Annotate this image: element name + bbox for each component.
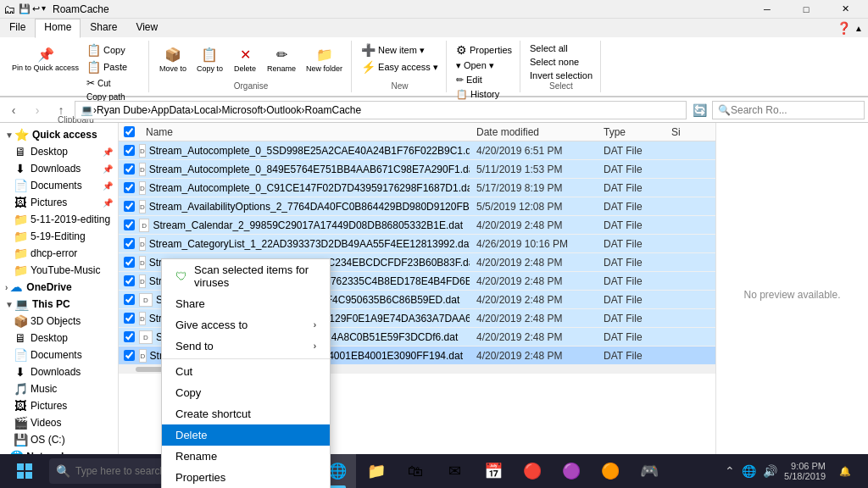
properties-button[interactable]: ⚙ Properties <box>453 42 515 58</box>
table-row[interactable]: DStream_Autocomplete_0_C91CE147F02D7D439… <box>119 179 715 197</box>
new-item-button[interactable]: ➕ New item ▾ <box>359 42 427 58</box>
context-item-rename[interactable]: Rename <box>162 446 330 467</box>
context-item-properties[interactable]: Properties <box>162 467 330 488</box>
select-none-button[interactable]: Select none <box>527 56 581 68</box>
taskbar-item-app4[interactable]: 🎮 <box>631 454 668 488</box>
sidebar-item-videos[interactable]: 🎬 Videos <box>0 414 118 431</box>
row-checkbox[interactable] <box>124 331 135 342</box>
taskbar-item-calendar[interactable]: 📅 <box>475 454 512 488</box>
forward-button[interactable]: › <box>27 100 47 120</box>
sidebar-item-pc-documents[interactable]: 📄 Documents <box>0 347 118 363</box>
start-button[interactable] <box>3 454 46 488</box>
pin-to-quick-access-button[interactable]: 📌 Pin to Quick access <box>8 42 82 75</box>
sidebar-item-pictures[interactable]: 🖼 Pictures 📌 <box>0 194 118 211</box>
sidebar-item-documents[interactable]: 📄 Documents 📌 <box>0 177 118 194</box>
sidebar-item-desktop[interactable]: 🖥 Desktop 📌 <box>0 143 118 160</box>
invert-selection-button[interactable]: Invert selection <box>527 69 595 81</box>
collapse-ribbon-btn[interactable]: ▲ <box>854 24 863 33</box>
search-input[interactable] <box>731 104 859 116</box>
taskbar-item-file-explorer[interactable]: 📁 <box>358 454 395 488</box>
row-checkbox[interactable] <box>124 350 135 361</box>
sidebar-item-music[interactable]: 🎵 Music <box>0 380 118 397</box>
sidebar-item-youtube-music[interactable]: 📁 YouTube-Music <box>0 262 118 279</box>
col-header-size[interactable]: Si <box>665 126 715 138</box>
table-row[interactable]: DStream_Calendar_2_99859C29017A17449D08D… <box>119 216 715 235</box>
row-checkbox[interactable] <box>124 164 135 175</box>
open-button[interactable]: ▾ Open ▾ <box>453 59 497 72</box>
notification-button[interactable]: 🔔 <box>832 454 858 488</box>
row-checkbox[interactable] <box>124 257 135 268</box>
tab-home[interactable]: Home <box>35 19 81 38</box>
sidebar-item-5-11-editing[interactable]: 📁 5-11-2019-editing <box>0 211 118 228</box>
edit-button[interactable]: ✏ Edit <box>453 74 485 86</box>
col-header-type[interactable]: Type <box>597 126 665 138</box>
sidebar-section-onedrive[interactable]: › ☁ OneDrive <box>0 279 118 296</box>
minimize-button[interactable]: ─ <box>748 0 787 19</box>
context-item-delete[interactable]: Delete <box>162 424 330 446</box>
up-button[interactable]: ↑ <box>51 100 71 120</box>
taskbar-item-app3[interactable]: 🟠 <box>592 454 629 488</box>
sidebar-section-quick-access[interactable]: ▼ ⭐ Quick access <box>0 126 118 143</box>
row-checkbox[interactable] <box>124 182 135 193</box>
table-row[interactable]: DStream_Autocomplete_0_5SD998E25A2CAE40A… <box>119 141 715 160</box>
row-checkbox[interactable] <box>124 145 135 156</box>
sidebar-item-pc-downloads[interactable]: ⬇ Downloads <box>0 363 118 380</box>
table-row[interactable]: DStream_AvailabilityOptions_2_7764DA40FC… <box>119 197 715 216</box>
sidebar-item-dhcp-error[interactable]: 📁 dhcp-error <box>0 245 118 262</box>
sidebar-item-pc-desktop[interactable]: 🖥 Desktop <box>0 330 118 347</box>
cut-button[interactable]: ✂ Cut <box>84 76 143 90</box>
help-icon[interactable]: ❓ <box>837 21 851 35</box>
history-button[interactable]: 📋 History <box>453 88 502 101</box>
undo-btn[interactable]: ↩ <box>32 3 40 14</box>
sidebar-item-pc-pictures[interactable]: 🖼 Pictures <box>0 397 118 414</box>
context-item-copy[interactable]: Copy <box>162 382 330 403</box>
context-item-send-to[interactable]: Send to › <box>162 336 330 357</box>
sidebar-item-3d-objects[interactable]: 📦 3D Objects <box>0 313 118 330</box>
select-all-button[interactable]: Select all <box>527 42 570 54</box>
taskbar-item-store[interactable]: 🛍 <box>397 454 434 488</box>
tab-file[interactable]: File <box>0 19 35 37</box>
close-button[interactable]: ✕ <box>826 0 865 19</box>
save-btn[interactable]: 💾 <box>19 3 31 14</box>
delete-button[interactable]: ✕ Delete <box>230 42 260 75</box>
row-checkbox[interactable] <box>124 275 135 286</box>
sidebar-item-5-19-editing[interactable]: 📁 5-19-Editing <box>0 228 118 245</box>
row-checkbox[interactable] <box>124 201 135 212</box>
copy-button[interactable]: 📋 Copy <box>84 42 143 58</box>
paste-button[interactable]: 📋 Paste <box>84 59 143 75</box>
table-row[interactable]: DStream_Autocomplete_0_849E5764E751BB4AA… <box>119 160 715 179</box>
easy-access-button[interactable]: ⚡ Easy access ▾ <box>359 59 441 75</box>
row-checkbox[interactable] <box>124 238 135 249</box>
search-box[interactable]: 🔍 <box>712 101 865 119</box>
back-button[interactable]: ‹ <box>3 100 24 120</box>
sidebar-item-os-c[interactable]: 💾 OS (C:) <box>0 431 118 448</box>
sidebar-section-thispc[interactable]: ▼ 💻 This PC <box>0 296 118 313</box>
taskbar-item-mail[interactable]: ✉ <box>436 454 473 488</box>
context-item-create-shortcut[interactable]: Create shortcut <box>162 403 330 424</box>
volume-icon[interactable]: 🔊 <box>763 464 777 478</box>
context-item-give-access[interactable]: Give access to › <box>162 314 330 336</box>
tab-view[interactable]: View <box>126 19 167 37</box>
customize-btn[interactable]: ▾ <box>42 3 46 14</box>
select-all-checkbox[interactable] <box>124 126 135 137</box>
row-checkbox[interactable] <box>124 313 135 324</box>
col-header-date[interactable]: Date modified <box>470 126 597 138</box>
rename-button[interactable]: ✏ Rename <box>264 42 299 75</box>
address-path[interactable]: 💻 › Ryan Dube › AppData › Local › Micros… <box>75 101 687 119</box>
taskbar-item-app1[interactable]: 🔴 <box>514 454 551 488</box>
move-to-button[interactable]: 📦 Move to <box>156 42 190 75</box>
taskbar-up-arrow[interactable]: ⌃ <box>725 464 735 478</box>
copy-to-button[interactable]: 📋 Copy to <box>193 42 226 75</box>
sidebar-item-downloads[interactable]: ⬇ Downloads 📌 <box>0 160 118 177</box>
network-status-icon[interactable]: 🌐 <box>742 464 756 478</box>
refresh-button[interactable]: 🔄 <box>690 101 709 119</box>
context-item-share[interactable]: Share <box>162 293 330 314</box>
maximize-button[interactable]: □ <box>787 0 826 19</box>
taskbar-item-app2[interactable]: 🟣 <box>553 454 590 488</box>
tab-share[interactable]: Share <box>81 19 126 37</box>
row-checkbox[interactable] <box>124 294 135 305</box>
table-row[interactable]: DStream_CategoryList_1_22AD393373D2DB49A… <box>119 235 715 253</box>
context-item-scan[interactable]: 🛡 Scan selected items for viruses <box>162 259 330 293</box>
context-item-cut[interactable]: Cut <box>162 361 330 382</box>
new-folder-button[interactable]: 📁 New folder <box>303 42 346 75</box>
